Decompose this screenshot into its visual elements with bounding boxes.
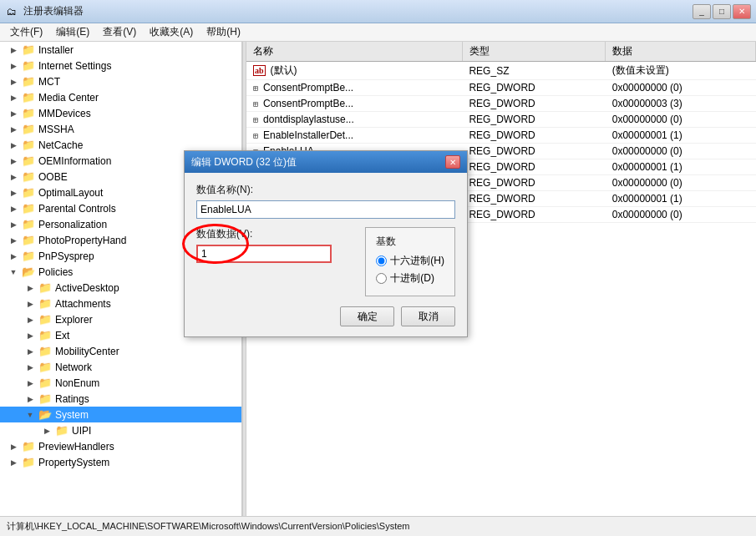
tree-label: System <box>55 409 89 421</box>
app-icon: 🗂 <box>5 5 18 18</box>
hex-radio[interactable] <box>376 255 387 266</box>
tree-label: NonEnum <box>55 377 99 389</box>
folder-icon: 📁 <box>38 297 52 310</box>
expand-arrow[interactable]: ▶ <box>7 62 20 70</box>
menu-file[interactable]: 文件(F) <box>3 23 49 41</box>
folder-icon: 📁 <box>22 218 35 230</box>
expand-arrow[interactable]: ▶ <box>7 220 20 229</box>
tree-item[interactable]: ▶📁Installer <box>0 42 241 58</box>
folder-icon: 📁 <box>22 123 35 135</box>
tree-item[interactable]: ▶📁PreviewHandlers <box>0 438 241 454</box>
menu-help[interactable]: 帮助(H) <box>200 23 247 41</box>
expand-arrow[interactable]: ▶ <box>7 46 20 54</box>
tree-label: OEMInformation <box>38 155 111 167</box>
tree-item[interactable]: ▶📁NonEnum <box>0 375 241 391</box>
tree-item[interactable]: ▶📁Internet Settings <box>0 58 241 73</box>
cell-data: 0x00000000 (0) <box>606 112 756 128</box>
maximize-button[interactable]: □ <box>713 4 731 19</box>
cell-data: 0x00000001 (1) <box>606 191 756 207</box>
table-row[interactable]: ⊞ConsentPromptBe...REG_DWORD0x00000003 (… <box>246 96 756 112</box>
table-row[interactable]: ⊞ConsentPromptBe...REG_DWORD0x00000000 (… <box>246 80 756 96</box>
cell-name: ⊞EnableInstallerDet... <box>246 128 462 144</box>
base-title: 基数 <box>376 235 444 249</box>
col-type: 类型 <box>462 42 605 62</box>
cell-data: 0x00000003 (3) <box>606 96 756 112</box>
dec-radio[interactable] <box>376 273 387 284</box>
expand-arrow[interactable]: ▶ <box>7 442 20 451</box>
close-button[interactable]: ✕ <box>733 4 751 19</box>
expand-arrow[interactable]: ▶ <box>40 427 53 435</box>
name-input[interactable] <box>196 200 455 219</box>
folder-icon: 📁 <box>38 392 52 405</box>
expand-arrow[interactable]: ▶ <box>7 94 20 102</box>
ok-button[interactable]: 确定 <box>340 306 394 326</box>
tree-item[interactable]: ▼📂System <box>0 407 241 422</box>
expand-arrow[interactable]: ▶ <box>7 78 20 86</box>
expand-arrow[interactable]: ▶ <box>7 189 20 197</box>
expand-arrow[interactable]: ▶ <box>23 395 37 403</box>
value-col: 数值数据(V): <box>196 227 352 296</box>
tree-item[interactable]: ▶📁Ratings <box>0 391 241 407</box>
dialog-content: 数值名称(N): 数值数据(V): 基数 十六进制(H) 十进制(D) <box>185 173 467 336</box>
expand-arrow[interactable]: ▶ <box>23 316 37 324</box>
menu-favorites[interactable]: 收藏夹(A) <box>143 23 200 41</box>
folder-icon: 📁 <box>38 377 52 389</box>
tree-item[interactable]: ▶📁MSSHA <box>0 121 241 137</box>
cell-name: ⊞ConsentPromptBe... <box>246 96 462 112</box>
edit-dword-dialog[interactable]: 编辑 DWORD (32 位)值 ✕ 数值名称(N): 数值数据(V): 基数 … <box>184 150 468 337</box>
cancel-button[interactable]: 取消 <box>401 306 455 326</box>
menu-edit[interactable]: 编辑(E) <box>49 23 96 41</box>
tree-item[interactable]: ▶📁MCT <box>0 73 241 89</box>
expand-arrow[interactable]: ▶ <box>23 284 37 292</box>
expand-arrow[interactable]: ▶ <box>7 109 20 118</box>
expand-arrow[interactable]: ▶ <box>7 252 20 260</box>
tree-item[interactable]: ▶📁Network <box>0 359 241 375</box>
tree-label: Policies <box>38 266 73 278</box>
tree-label: Internet Settings <box>38 60 111 72</box>
expand-arrow[interactable]: ▶ <box>7 173 20 181</box>
tree-item[interactable]: ▶📁UIPI <box>0 422 241 438</box>
folder-icon: 📁 <box>22 139 35 151</box>
tree-item[interactable]: ▶📁MMDevices <box>0 105 241 121</box>
expand-arrow[interactable]: ▶ <box>23 331 37 340</box>
folder-icon: 📁 <box>22 202 35 215</box>
folder-icon: 📁 <box>22 107 35 119</box>
table-row[interactable]: ⊞dontdisplaylastuse...REG_DWORD0x0000000… <box>246 112 756 128</box>
menu-view[interactable]: 查看(V) <box>96 23 143 41</box>
expand-arrow[interactable]: ▶ <box>7 125 20 134</box>
title-bar: 🗂 注册表编辑器 _ □ ✕ <box>0 0 756 23</box>
expand-arrow[interactable]: ▶ <box>7 458 20 467</box>
dialog-buttons: 确定 取消 <box>196 306 455 326</box>
table-row[interactable]: ab(默认)REG_SZ(数值未设置) <box>246 62 756 80</box>
window-controls: _ □ ✕ <box>693 4 751 19</box>
tree-item[interactable]: ▶📁MobilityCenter <box>0 343 241 359</box>
tree-label: Media Center <box>38 92 99 104</box>
folder-icon: 📁 <box>22 91 35 104</box>
tree-item[interactable]: ▶📁PropertySystem <box>0 454 241 470</box>
expand-arrow[interactable]: ▶ <box>7 236 20 245</box>
expand-arrow[interactable]: ▶ <box>23 379 37 387</box>
name-label: 数值名称(N): <box>196 183 455 197</box>
expand-arrow[interactable]: ▶ <box>23 300 37 308</box>
expand-arrow[interactable]: ▶ <box>7 205 20 213</box>
cell-type: REG_DWORD <box>462 207 605 223</box>
tree-label: ActiveDesktop <box>55 282 119 294</box>
dialog-close-button[interactable]: ✕ <box>445 155 460 169</box>
expand-arrow[interactable]: ▶ <box>23 347 37 356</box>
value-input[interactable] <box>196 245 332 263</box>
expand-arrow[interactable]: ▶ <box>7 157 20 165</box>
expand-arrow[interactable]: ▼ <box>7 268 20 276</box>
tree-label: Parental Controls <box>38 203 116 215</box>
cell-type: REG_SZ <box>462 62 605 80</box>
value-row: 数值数据(V): 基数 十六进制(H) 十进制(D) <box>196 227 455 296</box>
expand-arrow[interactable]: ▶ <box>7 141 20 149</box>
expand-arrow[interactable]: ▶ <box>23 363 37 372</box>
expand-arrow[interactable]: ▼ <box>23 411 37 419</box>
minimize-button[interactable]: _ <box>693 4 711 19</box>
folder-icon: 📁 <box>22 170 35 183</box>
dec-radio-row: 十进制(D) <box>376 271 444 286</box>
name-row: 数值名称(N): <box>196 183 455 219</box>
tree-item[interactable]: ▶📁Media Center <box>0 89 241 105</box>
tree-label: MSSHA <box>38 124 74 135</box>
table-row[interactable]: ⊞EnableInstallerDet...REG_DWORD0x0000000… <box>246 128 756 144</box>
